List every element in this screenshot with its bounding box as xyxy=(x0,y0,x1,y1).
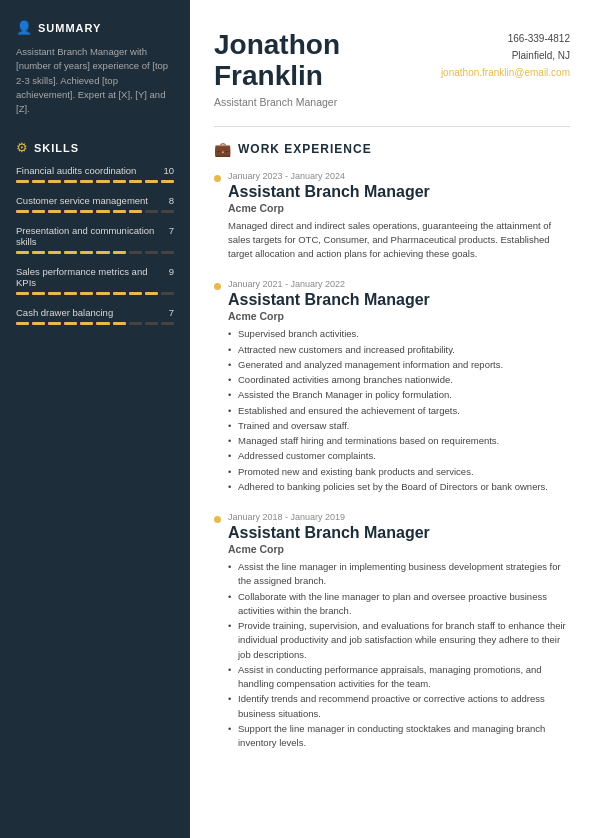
skill-dot xyxy=(64,180,77,183)
main-content: Jonathon Franklin 166-339-4812 Plainfiel… xyxy=(190,0,594,838)
skills-section: ⚙ SKILLS Financial audits coordination10… xyxy=(16,140,174,325)
skill-dot xyxy=(48,322,61,325)
skill-score: 8 xyxy=(169,195,174,206)
skill-dot xyxy=(129,180,142,183)
skill-score: 7 xyxy=(169,225,174,247)
header-divider xyxy=(214,126,570,127)
skill-dot xyxy=(80,251,93,254)
skill-dot xyxy=(16,251,29,254)
skill-dot xyxy=(80,210,93,213)
skill-item: Financial audits coordination10 xyxy=(16,165,174,183)
skill-dot xyxy=(96,292,109,295)
resume-header: Jonathon Franklin 166-339-4812 Plainfiel… xyxy=(214,30,570,92)
job-bullet-item: Established and ensured the achievement … xyxy=(228,404,570,418)
job-bullet-item: Identify trends and recommend proactive … xyxy=(228,692,570,721)
skill-item: Sales performance metrics and KPIs9 xyxy=(16,266,174,295)
skill-name: Presentation and communication skills xyxy=(16,225,169,247)
skill-dot xyxy=(32,251,45,254)
skills-list: Financial audits coordination10Customer … xyxy=(16,165,174,325)
skill-header: Financial audits coordination10 xyxy=(16,165,174,176)
skill-bar xyxy=(16,180,174,183)
job-bullet-item: Generated and analyzed management inform… xyxy=(228,358,570,372)
skill-dot xyxy=(145,210,158,213)
job-bullet-item: Supervised branch activities. xyxy=(228,327,570,341)
skill-name: Sales performance metrics and KPIs xyxy=(16,266,169,288)
job-company: Acme Corp xyxy=(228,310,570,322)
contact-block: 166-339-4812 Plainfield, NJ jonathon.fra… xyxy=(441,30,570,81)
skill-dot xyxy=(129,251,142,254)
job-company: Acme Corp xyxy=(228,202,570,214)
skill-bar xyxy=(16,210,174,213)
skill-name: Customer service management xyxy=(16,195,148,206)
skill-dot xyxy=(32,210,45,213)
skill-dot xyxy=(48,180,61,183)
job-bullet-item: Assisted the Branch Manager in policy fo… xyxy=(228,388,570,402)
skill-dot xyxy=(145,292,158,295)
skill-bar xyxy=(16,251,174,254)
job-bullet-item: Assist the line manager in implementing … xyxy=(228,560,570,589)
skill-score: 7 xyxy=(169,307,174,318)
skill-dot xyxy=(96,251,109,254)
work-section-title: WORK EXPERIENCE xyxy=(238,142,372,156)
work-section-heading: 💼 WORK EXPERIENCE xyxy=(214,141,570,157)
person-icon: 👤 xyxy=(16,20,32,35)
skill-dot xyxy=(161,251,174,254)
summary-title: SUMMARY xyxy=(38,22,101,34)
skill-item: Presentation and communication skills7 xyxy=(16,225,174,254)
job-date: January 2021 - January 2022 xyxy=(228,279,570,289)
last-name: Franklin xyxy=(214,60,323,91)
email: jonathon.franklin@email.com xyxy=(441,64,570,81)
job-company: Acme Corp xyxy=(228,543,570,555)
skill-score: 10 xyxy=(163,165,174,176)
skill-dot xyxy=(161,210,174,213)
job-bullet-item: Managed staff hiring and terminations ba… xyxy=(228,434,570,448)
job-bullet-item: Collaborate with the line manager to pla… xyxy=(228,590,570,619)
skill-bar xyxy=(16,322,174,325)
skill-dot xyxy=(80,292,93,295)
job-bullet-item: Support the line manager in conducting s… xyxy=(228,722,570,751)
skill-dot xyxy=(113,322,126,325)
skill-dot xyxy=(96,210,109,213)
job-bullet-item: Attracted new customers and increased pr… xyxy=(228,343,570,357)
jobs-list: January 2023 - January 2024Assistant Bra… xyxy=(214,171,570,751)
skill-dot xyxy=(129,322,142,325)
job-description: Managed direct and indirect sales operat… xyxy=(228,219,570,262)
skill-dot xyxy=(113,210,126,213)
phone: 166-339-4812 xyxy=(441,30,570,47)
skill-dot xyxy=(113,180,126,183)
skill-name: Cash drawer balancing xyxy=(16,307,113,318)
skill-dot xyxy=(161,180,174,183)
skill-dot xyxy=(113,251,126,254)
skill-item: Cash drawer balancing7 xyxy=(16,307,174,325)
job-bullet-item: Addressed customer complaints. xyxy=(228,449,570,463)
job-bullet-item: Promoted new and existing bank products … xyxy=(228,465,570,479)
sidebar: 👤 SUMMARY Assistant Branch Manager with … xyxy=(0,0,190,838)
skill-dot xyxy=(145,322,158,325)
job-title-name: Assistant Branch Manager xyxy=(228,524,570,542)
skill-dot xyxy=(96,322,109,325)
skill-dot xyxy=(129,210,142,213)
skill-dot xyxy=(32,180,45,183)
skills-header: ⚙ SKILLS xyxy=(16,140,174,155)
skill-dot xyxy=(113,292,126,295)
location: Plainfield, NJ xyxy=(441,47,570,64)
skill-dot xyxy=(16,210,29,213)
skill-header: Presentation and communication skills7 xyxy=(16,225,174,247)
skill-dot xyxy=(80,180,93,183)
job-entry: January 2023 - January 2024Assistant Bra… xyxy=(214,171,570,262)
job-entry: January 2018 - January 2019Assistant Bra… xyxy=(214,512,570,750)
skill-dot xyxy=(32,322,45,325)
skill-dot xyxy=(64,210,77,213)
name-block: Jonathon Franklin xyxy=(214,30,340,92)
job-bullet-item: Provide training, supervision, and evalu… xyxy=(228,619,570,662)
skill-dot xyxy=(48,210,61,213)
skill-dot xyxy=(129,292,142,295)
skill-score: 9 xyxy=(169,266,174,288)
briefcase-icon: 💼 xyxy=(214,141,231,157)
skills-title: SKILLS xyxy=(34,142,79,154)
job-bullet-item: Coordinated activities among branches na… xyxy=(228,373,570,387)
full-name: Jonathon Franklin xyxy=(214,30,340,92)
skill-dot xyxy=(16,292,29,295)
skill-dot xyxy=(80,322,93,325)
job-date: January 2018 - January 2019 xyxy=(228,512,570,522)
